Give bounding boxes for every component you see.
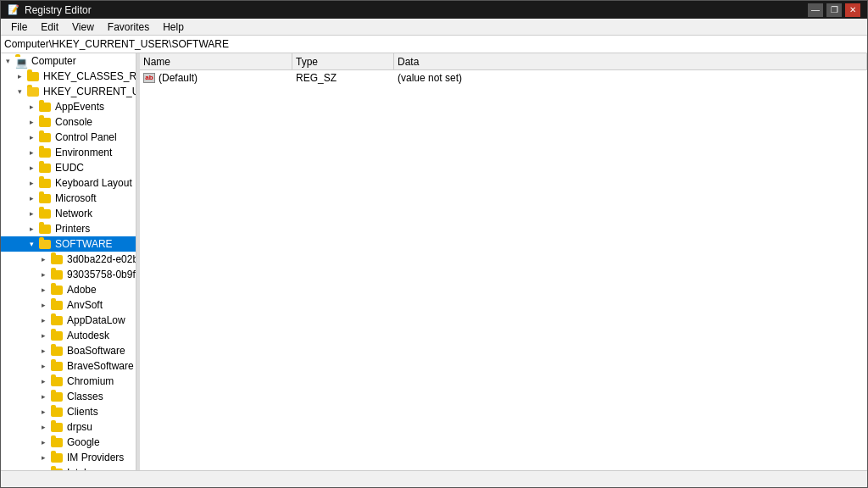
maximize-button[interactable]: ❐ [826,3,842,17]
tree-node-appdatalow[interactable]: ▸AppDataLow [1,313,136,328]
tree-node-appevents[interactable]: ▸AppEvents [1,99,136,114]
tree-label-chromium: Chromium [67,375,114,387]
tree-node-hkey-classes-root[interactable]: ▸HKEY_CLASSES_ROOT [1,69,136,84]
tree-label-console: Console [55,116,92,128]
tree-node-control-panel[interactable]: ▸Control Panel [1,130,136,145]
cell-name: ab(Default) [140,72,292,84]
expand-arrow-drpsu: ▸ [36,423,50,431]
expand-arrow-im-providers: ▸ [36,453,50,462]
folder-icon-anvsoft [50,299,64,311]
folder-icon-adobe [50,284,64,296]
expand-arrow-keyboard-layout: ▸ [25,179,38,187]
tree-label-hkey-current-user: HKEY_CURRENT_USER [43,86,136,97]
expand-arrow-adobe: ▸ [36,286,50,294]
tree-label-guid1: 3d0ba22d-e02b-5c6c [67,253,136,265]
menu-file[interactable]: File [4,19,34,35]
folder-icon-computer: 💻 [14,55,28,67]
table-row[interactable]: ab(Default)REG_SZ(value not set) [140,70,867,86]
tree-node-intel[interactable]: ▸Intel [1,465,136,470]
tree-node-environment[interactable]: ▸Environment [1,145,136,160]
menu-help[interactable]: Help [156,19,191,35]
tree-label-environment: Environment [55,147,112,158]
expand-arrow-appevents: ▸ [25,103,38,111]
tree-node-chromium[interactable]: ▸Chromium [1,374,136,389]
expand-arrow-network: ▸ [25,209,38,218]
tree-panel[interactable]: ▾💻Computer▸HKEY_CLASSES_ROOT▾HKEY_CURREN… [1,53,136,470]
tree-label-bravesoftware: BraveSoftware [67,360,134,372]
expand-arrow-microsoft: ▸ [25,194,38,202]
folder-icon-guid2 [50,269,64,280]
tree-node-network[interactable]: ▸Network [1,206,136,221]
tree-label-microsoft: Microsoft [55,192,97,204]
menu-view[interactable]: View [65,19,101,35]
folder-icon-classes [50,391,64,402]
expand-arrow-software: ▾ [25,240,38,248]
tree-label-appdatalow: AppDataLow [67,314,125,326]
folder-icon-appdatalow [50,314,64,326]
tree-node-software[interactable]: ▾SOFTWARE [1,236,136,252]
folder-icon-clients [50,406,64,418]
title-bar-controls: — ❐ ✕ [808,3,860,17]
folder-icon-keyboard-layout [38,177,52,189]
reg-value-icon: ab [143,73,155,83]
tree-node-console[interactable]: ▸Console [1,114,136,130]
close-button[interactable]: ✕ [845,3,860,17]
expand-arrow-printers: ▸ [25,225,38,233]
expand-arrow-hkey-classes-root: ▸ [13,72,26,80]
folder-icon-boasoftware [50,345,64,357]
tree-node-computer[interactable]: ▾💻Computer [1,53,136,69]
expand-arrow-environment: ▸ [25,148,38,157]
right-panel: Name Type Data ab(Default)REG_SZ(value n… [140,53,867,470]
tree-node-hkey-current-user[interactable]: ▾HKEY_CURRENT_USER [1,84,136,99]
tree-label-software: SOFTWARE [55,238,113,250]
tree-node-google[interactable]: ▸Google [1,435,136,450]
folder-icon-eudc [38,162,52,174]
folder-icon-environment [38,147,52,158]
cell-data: (value not set) [394,72,867,84]
cell-type: REG_SZ [292,72,394,84]
tree-node-autodesk[interactable]: ▸Autodesk [1,328,136,343]
expand-arrow-anvsoft: ▸ [36,301,50,309]
expand-arrow-clients: ▸ [36,408,50,416]
tree-node-guid1[interactable]: ▸3d0ba22d-e02b-5c6c [1,252,136,267]
cell-name-text: (Default) [159,72,198,84]
folder-icon-network [38,208,52,219]
folder-icon-hkey-current-user [26,86,40,97]
tree-node-anvsoft[interactable]: ▸AnvSoft [1,297,136,313]
menu-favorites[interactable]: Favorites [101,19,156,35]
folder-icon-console [38,116,52,128]
tree-node-guid2[interactable]: ▸93035758-0b9f-537e [1,267,136,282]
tree-node-im-providers[interactable]: ▸IM Providers [1,450,136,465]
tree-node-drpsu[interactable]: ▸drpsu [1,419,136,435]
folder-icon-chromium [50,375,64,387]
tree-node-bravesoftware[interactable]: ▸BraveSoftware [1,358,136,374]
menu-edit[interactable]: Edit [34,19,65,35]
tree-node-eudc[interactable]: ▸EUDC [1,160,136,175]
table-body: ab(Default)REG_SZ(value not set) [140,70,867,470]
tree-node-printers[interactable]: ▸Printers [1,221,136,236]
tree-label-keyboard-layout: Keyboard Layout [55,177,132,189]
minimize-button[interactable]: — [808,3,823,17]
col-header-type[interactable]: Type [292,53,394,69]
folder-icon-guid1 [50,253,64,265]
folder-icon-hkey-classes-root [26,70,40,82]
tree-node-microsoft[interactable]: ▸Microsoft [1,191,136,206]
expand-arrow-console: ▸ [25,118,38,126]
tree-node-clients[interactable]: ▸Clients [1,404,136,419]
tree-label-drpsu: drpsu [67,421,92,433]
folder-icon-intel [50,467,64,470]
expand-arrow-computer: ▾ [1,57,14,65]
tree-node-adobe[interactable]: ▸Adobe [1,282,136,297]
address-bar: Computer\HKEY_CURRENT_USER\SOFTWARE [1,36,867,53]
col-header-data[interactable]: Data [394,53,867,69]
folder-icon-drpsu [50,421,64,433]
tree-node-keyboard-layout[interactable]: ▸Keyboard Layout [1,175,136,191]
status-bar [1,470,867,487]
col-header-name[interactable]: Name [140,53,292,69]
expand-arrow-hkey-current-user: ▾ [13,87,26,96]
table-header: Name Type Data [140,53,867,70]
tree-node-classes[interactable]: ▸Classes [1,389,136,404]
folder-icon-control-panel [38,131,52,143]
expand-arrow-appdatalow: ▸ [36,316,50,324]
tree-node-boasoftware[interactable]: ▸BoaSoftware [1,343,136,358]
